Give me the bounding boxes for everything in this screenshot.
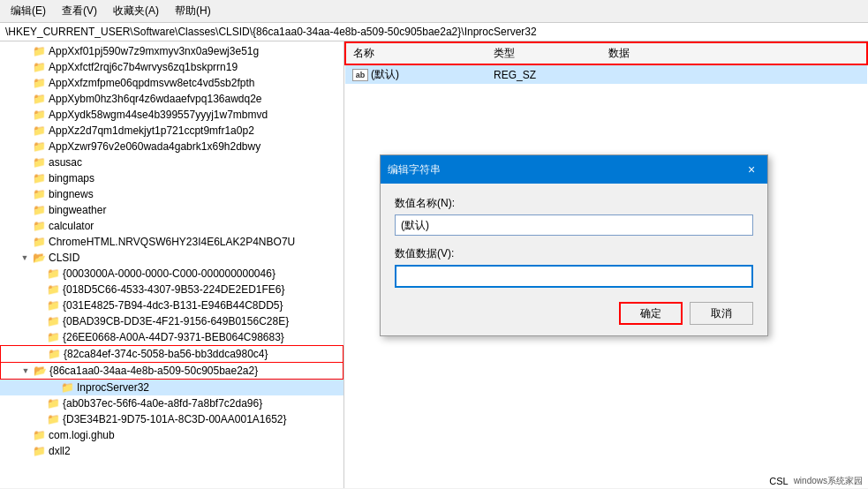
folder-icon: [32, 171, 46, 185]
menu-help[interactable]: 帮助(H): [168, 2, 218, 20]
tree-item-appxyb[interactable]: AppXybm0hz3h6qr4z6wdaaefvpq136awdq2e: [0, 91, 343, 107]
tree-panel: AppXxf01pj590w7z9mxmyv3nx0a9ewj3e51g App…: [0, 41, 344, 488]
tree-item-appxxfzm[interactable]: AppXxfzmfpme06qpdmsvw8etc4vd5sb2fpth: [0, 75, 343, 91]
folder-icon: [32, 44, 46, 58]
cell-name-label: (默认): [371, 67, 399, 82]
folder-icon: [46, 298, 60, 312]
tree-label: AppXxfctf2rqj6c7b4wrvys6zq1bskprrn19: [49, 61, 238, 73]
folder-icon: [32, 428, 46, 442]
tree-item-appxz2[interactable]: AppXz2d7qm1dmekjyt1p721ccpt9mfr1a0p2: [0, 123, 343, 139]
folder-icon: [32, 60, 46, 74]
dialog-body: 数值名称(N): 数值数据(V): 确定 取消: [381, 184, 767, 335]
tree-label: ChromeHTML.NRVQSW6HY23I4E6LAK2P4NBO7U: [49, 236, 295, 248]
ab-icon: ab: [352, 69, 368, 81]
col-data: 数据: [601, 42, 867, 64]
folder-icon: [32, 187, 46, 201]
cell-data: [601, 64, 867, 84]
tree-label: asusac: [49, 156, 82, 169]
tree-label: com.logi.ghub: [49, 429, 115, 441]
tree-label: AppXybm0hz3h6qr4z6wdaaefvpq136awdq2e: [49, 93, 262, 105]
tree-arrow-86ca[interactable]: [19, 364, 33, 378]
tree-label-86ca: {86ca1aa0-34aa-4e8b-a509-50c905bae2a2}: [49, 365, 258, 377]
folder-icon-clsid: [32, 251, 46, 265]
tree-item-clsid[interactable]: CLSID: [0, 250, 343, 266]
tree-item-82ca[interactable]: {82ca84ef-374c-5058-ba56-bb3ddca980c4}: [0, 345, 343, 363]
tree-label: AppXz2d7qm1dmekjyt1p721ccpt9mfr1a0p2: [49, 124, 254, 137]
folder-icon: [46, 267, 60, 281]
tree-item-86ca[interactable]: {86ca1aa0-34aa-4e8b-a509-50c905bae2a2}: [0, 363, 343, 380]
tree-arrow-clsid[interactable]: [18, 251, 32, 265]
tree-label: {82ca84ef-374c-5058-ba56-bb3ddca980c4}: [64, 348, 268, 360]
col-type: 类型: [487, 42, 601, 64]
dialog-cancel-button[interactable]: 取消: [690, 302, 753, 325]
dialog-name-label: 数值名称(N):: [395, 196, 753, 211]
col-name: 名称: [345, 42, 487, 64]
tree-item-018d[interactable]: {018D5C66-4533-4307-9B53-224DE2ED1FE6}: [0, 282, 343, 297]
menu-bar: 编辑(E) 查看(V) 收藏夹(A) 帮助(H): [0, 0, 868, 23]
tree-label: {ab0b37ec-56f6-4a0e-a8fd-7a8bf7c2da96}: [63, 397, 262, 410]
tree-label: bingmaps: [49, 172, 94, 184]
name-icon-group: ab (默认): [352, 67, 399, 82]
tree-item-asusac[interactable]: asusac: [0, 154, 343, 170]
tree-item-appxxfctf[interactable]: AppXxfctf2rqj6c7b4wrvys6zq1bskprrn19: [0, 59, 343, 75]
dialog-buttons: 确定 取消: [395, 302, 753, 325]
tree-item-calculator[interactable]: calculator: [0, 218, 343, 234]
tree-label: dxll2: [49, 445, 71, 457]
folder-icon-86ca: [33, 364, 47, 378]
tree-item-appxyd[interactable]: AppXydk58wgm44se4b399557yyyj1w7mbmvd: [0, 107, 343, 123]
tree-label: AppXxfzmfpme06qpdmsvw8etc4vd5sb2fpth: [49, 77, 254, 89]
brand-text: windows系统家园: [794, 475, 863, 487]
tree-item-comlogi[interactable]: com.logi.ghub: [0, 427, 343, 443]
tree-label: AppXzwr976v2e060wada4gabrk1x69h2dbwy: [49, 140, 260, 153]
tree-label: AppXydk58wgm44se4b399557yyyj1w7mbmvd: [49, 109, 268, 121]
folder-icon: [32, 124, 46, 138]
tree-item-26ee[interactable]: {26EE0668-A00A-44D7-9371-BEB064C98683}: [0, 329, 343, 345]
tree-item-ab0b[interactable]: {ab0b37ec-56f6-4a0e-a8fd-7a8bf7c2da96}: [0, 395, 343, 411]
dialog-data-label: 数值数据(V):: [395, 246, 753, 261]
tree-item-chromehtml[interactable]: ChromeHTML.NRVQSW6HY23I4E6LAK2P4NBO7U: [0, 234, 343, 250]
dialog-title: 编辑字符串: [388, 162, 441, 177]
csl-text: CSL: [769, 476, 788, 486]
folder-icon: [46, 396, 60, 410]
cell-name: ab (默认): [345, 64, 487, 84]
folder-icon: [32, 235, 46, 249]
folder-icon: [32, 219, 46, 233]
table-row[interactable]: ab (默认) REG_SZ: [345, 64, 867, 84]
menu-view[interactable]: 查看(V): [55, 2, 104, 20]
tree-item-031e[interactable]: {031E4825-7B94-4dc3-B131-E946B44C8DD5}: [0, 297, 343, 313]
registry-table: 名称 类型 数据 ab (默认) REG_SZ: [344, 41, 868, 84]
folder-icon: [46, 314, 60, 328]
tree-label: {26EE0668-A00A-44D7-9371-BEB064C98683}: [63, 331, 284, 343]
dialog-ok-button[interactable]: 确定: [619, 302, 683, 325]
tree-item-bingweather[interactable]: bingweather: [0, 202, 343, 218]
tree-item-bingmaps[interactable]: bingmaps: [0, 170, 343, 186]
address-bar: \HKEY_CURRENT_USER\Software\Classes\CLSI…: [0, 23, 868, 41]
tree-item-0003[interactable]: {0003000A-0000-0000-C000-000000000046}: [0, 266, 343, 282]
tree-label: AppXxf01pj590w7z9mxmyv3nx0a9ewj3e51g: [49, 45, 259, 57]
folder-icon: [60, 380, 74, 395]
menu-favorites[interactable]: 收藏夹(A): [106, 2, 166, 20]
folder-icon: [46, 330, 60, 344]
tree-item-inprocserver32[interactable]: InprocServer32: [0, 380, 343, 395]
tree-label: {D3E34B21-9D75-101A-8C3D-00AA001A1652}: [63, 413, 287, 425]
address-path: \HKEY_CURRENT_USER\Software\Classes\CLSI…: [5, 26, 537, 38]
folder-icon: [46, 412, 60, 426]
folder-icon: [32, 203, 46, 217]
menu-edit[interactable]: 编辑(E): [4, 2, 53, 20]
tree-item-dxll2[interactable]: dxll2: [0, 443, 343, 459]
cell-type: REG_SZ: [487, 64, 601, 84]
tree-item-appxxf01[interactable]: AppXxf01pj590w7z9mxmyv3nx0a9ewj3e51g: [0, 43, 343, 59]
tree-label: InprocServer32: [77, 381, 149, 394]
tree-item-d3e3[interactable]: {D3E34B21-9D75-101A-8C3D-00AA001A1652}: [0, 411, 343, 427]
dialog-value-input[interactable]: [395, 265, 753, 288]
tree-label-clsid: CLSID: [49, 252, 79, 264]
dialog-name-input[interactable]: [395, 214, 753, 236]
tree-item-appxzwr[interactable]: AppXzwr976v2e060wada4gabrk1x69h2dbwy: [0, 139, 343, 154]
folder-icon: [32, 155, 46, 169]
tree-item-bingnews[interactable]: bingnews: [0, 186, 343, 202]
tree-label: calculator: [49, 220, 94, 232]
tree-item-0bad[interactable]: {0BAD39CB-DD3E-4F21-9156-649B0156C28E}: [0, 313, 343, 329]
folder-icon: [46, 282, 60, 297]
folder-icon: [32, 92, 46, 106]
dialog-close-button[interactable]: ×: [743, 161, 760, 178]
